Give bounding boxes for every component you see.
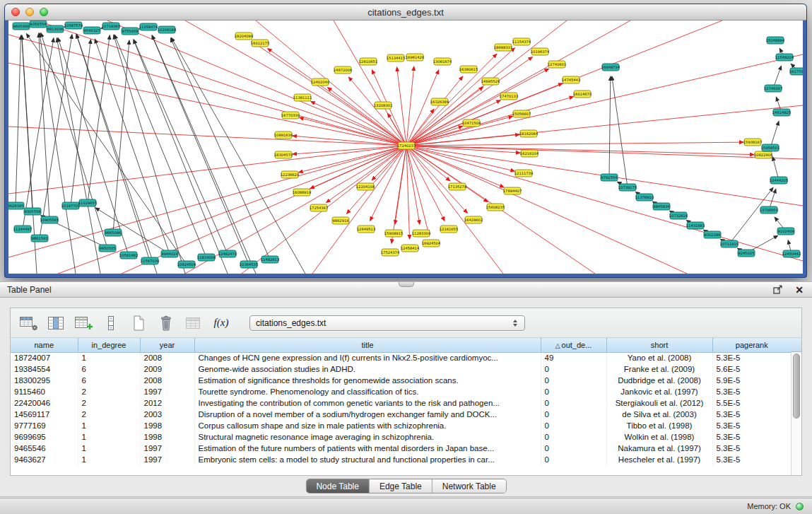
citation-edge[interactable] bbox=[406, 66, 414, 146]
graph-node[interactable]: 9305558 bbox=[24, 208, 41, 215]
citation-edge[interactable] bbox=[326, 146, 406, 202]
graph-node[interactable]: 9356554 bbox=[30, 21, 47, 28]
graph-node[interactable]: 16326389 bbox=[430, 98, 449, 105]
tab-edge-table[interactable]: Edge Table bbox=[369, 479, 432, 493]
graph-node[interactable]: 10196374 bbox=[531, 48, 550, 55]
graph-node[interactable]: 9861593 bbox=[31, 235, 48, 242]
citation-edge[interactable] bbox=[406, 146, 467, 213]
citation-edge[interactable] bbox=[8, 127, 406, 146]
citation-edge[interactable] bbox=[16, 35, 21, 206]
graph-node[interactable]: 11482813 bbox=[261, 256, 279, 263]
graph-node[interactable]: 15134415 bbox=[387, 54, 405, 62]
table-row[interactable]: 18300295 6 2008 Estimation of significan… bbox=[11, 375, 791, 386]
tab-node-table[interactable]: Node Table bbox=[306, 479, 369, 493]
citation-edge[interactable] bbox=[39, 33, 49, 220]
citation-edge[interactable] bbox=[729, 187, 773, 244]
graph-node[interactable]: 17470133 bbox=[500, 93, 518, 100]
citation-edge[interactable] bbox=[406, 146, 754, 155]
graph-node[interactable]: 15048894 bbox=[766, 37, 785, 44]
citation-edge[interactable] bbox=[76, 34, 157, 274]
graph-node[interactable]: 12402040 bbox=[311, 78, 329, 86]
merge-rows-button[interactable] bbox=[100, 313, 122, 334]
table-row[interactable]: 14569117 2 2003 Disruption of a novel me… bbox=[11, 409, 791, 420]
graph-node[interactable]: 10822906 bbox=[754, 151, 772, 158]
citation-edge[interactable] bbox=[406, 146, 803, 261]
graph-node[interactable]: 11029655 bbox=[78, 199, 97, 206]
graph-node[interactable]: 11833006 bbox=[197, 254, 216, 261]
citation-edge[interactable] bbox=[406, 146, 420, 224]
citation-edge[interactable] bbox=[406, 146, 803, 159]
citation-edge[interactable] bbox=[406, 146, 504, 187]
graph-node[interactable]: 16429602 bbox=[464, 216, 483, 223]
graph-node[interactable]: 17240237 bbox=[397, 142, 416, 149]
column-header-in-degree[interactable]: in_degree bbox=[78, 338, 140, 352]
show-columns-button[interactable] bbox=[45, 313, 66, 334]
minimize-window-button[interactable] bbox=[25, 8, 34, 16]
graph-node[interactable]: 11381111 bbox=[293, 94, 312, 101]
citation-edge[interactable] bbox=[252, 41, 406, 146]
graph-node[interactable]: 10891636 bbox=[274, 132, 293, 139]
tab-network-table[interactable]: Network Table bbox=[432, 479, 506, 493]
graph-node[interactable]: 15608235 bbox=[486, 204, 505, 211]
graph-node[interactable]: 11154374 bbox=[512, 38, 531, 45]
graph-node[interactable]: 9546327 bbox=[83, 27, 100, 34]
table-scrollbar[interactable] bbox=[791, 352, 801, 475]
citation-edge[interactable] bbox=[41, 33, 107, 248]
graph-node[interactable]: 11431683 bbox=[686, 222, 705, 229]
scrollbar-thumb[interactable] bbox=[793, 354, 800, 419]
graph-node[interactable]: 9302286 bbox=[704, 231, 721, 238]
graph-node[interactable]: 16924504 bbox=[422, 240, 441, 247]
column-header-name[interactable]: name bbox=[11, 338, 78, 352]
citation-edge[interactable] bbox=[406, 146, 410, 239]
function-builder-button[interactable]: f(x) bbox=[211, 313, 232, 334]
graph-node[interactable]: 18204098 bbox=[235, 33, 253, 40]
citation-edge[interactable] bbox=[406, 76, 463, 146]
graph-node[interactable]: 11244497 bbox=[13, 226, 32, 233]
citation-edge[interactable] bbox=[406, 100, 500, 146]
citation-edge[interactable] bbox=[406, 54, 497, 146]
citation-edge[interactable] bbox=[152, 35, 249, 264]
graph-node[interactable]: 11283309 bbox=[412, 230, 430, 237]
citation-edge[interactable] bbox=[58, 37, 129, 255]
network-canvas[interactable]: 1724023715134415126106511487200612402040… bbox=[8, 21, 803, 274]
graph-node[interactable]: 18304570 bbox=[274, 151, 293, 158]
graph-node[interactable]: 12610651 bbox=[359, 58, 377, 65]
citation-edge[interactable] bbox=[406, 48, 514, 146]
graph-node[interactable]: 17135278 bbox=[448, 183, 466, 190]
column-header-year[interactable]: year bbox=[140, 338, 194, 352]
new-table-button[interactable] bbox=[128, 313, 149, 334]
graph-node[interactable]: 14614825 bbox=[772, 109, 791, 116]
citation-edge[interactable] bbox=[134, 40, 228, 274]
citation-edge[interactable] bbox=[406, 142, 743, 146]
graph-node[interactable]: 10587579 bbox=[64, 22, 83, 29]
graph-node[interactable]: 11548204 bbox=[775, 54, 794, 61]
graph-node[interactable]: 17524374 bbox=[381, 249, 400, 256]
network-view[interactable]: 1724023715134415126106511487200612402040… bbox=[8, 21, 803, 274]
graph-node[interactable]: 15958501 bbox=[761, 144, 779, 151]
citation-edge[interactable] bbox=[406, 146, 520, 153]
graph-node[interactable]: 9665096 bbox=[105, 229, 122, 236]
citation-edge[interactable] bbox=[114, 35, 185, 274]
new-column-button[interactable] bbox=[73, 313, 94, 334]
column-header-short[interactable]: short bbox=[606, 338, 712, 352]
graph-node[interactable]: 10739175 bbox=[618, 184, 637, 191]
citation-edge[interactable] bbox=[770, 121, 779, 148]
citation-edge[interactable] bbox=[8, 63, 406, 146]
citation-edge[interactable] bbox=[397, 67, 406, 146]
graph-node[interactable]: 10719365 bbox=[102, 23, 120, 30]
graph-node[interactable]: 11058474 bbox=[139, 23, 158, 30]
graph-node[interactable]: 10732816 bbox=[669, 212, 688, 219]
citation-edge[interactable] bbox=[134, 40, 228, 254]
graph-node[interactable]: 16216104 bbox=[520, 150, 539, 157]
graph-node[interactable]: 16961426 bbox=[406, 54, 424, 61]
graph-node[interactable]: 10711910 bbox=[720, 240, 739, 247]
graph-node[interactable]: 10208168 bbox=[158, 26, 176, 33]
graph-node[interactable]: 10444205 bbox=[770, 177, 788, 184]
graph-node[interactable]: 15056607 bbox=[512, 110, 531, 117]
citation-edge[interactable] bbox=[88, 35, 110, 203]
graph-node[interactable]: 12458414 bbox=[401, 245, 420, 252]
citation-edge[interactable] bbox=[311, 101, 406, 146]
citation-edge[interactable] bbox=[22, 35, 33, 211]
citation-edge[interactable] bbox=[95, 39, 170, 254]
graph-node[interactable]: 10471508 bbox=[462, 119, 481, 127]
